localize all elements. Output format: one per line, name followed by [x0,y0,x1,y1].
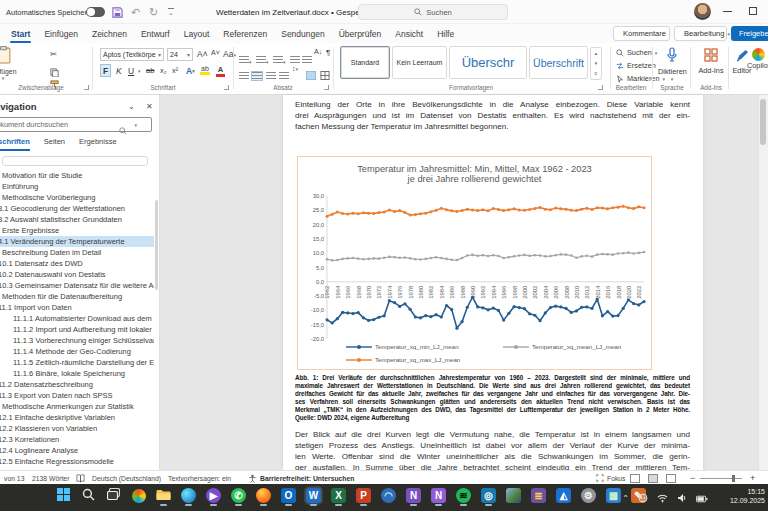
quick-access-menu-icon[interactable]: ⌄ [168,0,174,24]
nav-heading-item[interactable]: 11.1.2 Import und Aufbereitung mit lokal… [13,324,154,335]
save-icon[interactable] [112,0,123,24]
language-indicator[interactable]: Deutsch (Deutschland) [92,471,161,485]
undo-icon[interactable]: ↶ [131,0,140,24]
page-indicator[interactable]: von 13 [4,471,24,485]
tab-entwurf[interactable]: Entwurf [134,24,177,43]
styles-dialog-launcher[interactable] [598,85,603,90]
style-überschr[interactable]: Überschr [449,46,527,79]
paste-button[interactable]: Einfügen▾ [0,46,20,84]
titlebar-search[interactable]: Suchen [358,4,508,20]
nav-heading-item[interactable]: Beschreibung Daten im Detail [2,247,154,258]
nav-heading-item[interactable]: 4.1 Veränderung der Temperaturwerte [0,236,154,247]
redo-icon[interactable]: ↻ [149,0,158,24]
embedded-chart[interactable]: Temperatur im Jahresmittel: Min, Mittel,… [297,156,652,370]
nav-heading-item[interactable]: 12.4 Loglineare Analyse [0,445,154,456]
subscript-button[interactable]: x₂ [158,64,169,77]
line-spacing-icon[interactable]: ↕▾ [292,65,298,72]
zoom-out-button[interactable]: − [690,471,695,485]
nav-heading-item[interactable]: Motivation für die Studie [2,170,154,181]
wifi-icon[interactable] [657,489,668,507]
nav-search-dropdown-icon[interactable]: ▾ [134,122,137,128]
taskbar-icon-monitor-tool[interactable]: ▦ [605,487,622,504]
tab-überprüfen[interactable]: Überprüfen [332,24,389,43]
paragraph-dialog-launcher[interactable] [324,85,329,90]
taskbar-icon-firefox[interactable] [255,487,272,504]
nav-tab-überschriften[interactable]: Überschriften [0,137,30,151]
tab-start[interactable]: Start [4,24,37,43]
nav-heading-item[interactable]: 11.1.4 Methode der Geo-Codierung [13,346,154,357]
taskbar-icon-start[interactable] [55,487,72,504]
vertical-scrollbar[interactable] [758,95,768,470]
battery-icon[interactable] [696,489,708,507]
styles-gallery-scroll[interactable]: ▴▾≡ [590,47,602,80]
maximize-button[interactable] [749,7,757,15]
comments-button[interactable]: Kommentare [613,26,670,41]
text-effects-icon[interactable]: A▾ [184,64,197,77]
avatar[interactable] [694,3,711,20]
zoom-in-button[interactable]: + [750,471,755,485]
nav-pane-close-icon[interactable]: ✕ [146,102,153,111]
nav-heading-item[interactable]: 10.2 Datenauswahl von Destatis [0,269,154,280]
share-button[interactable]: Freigeben [731,26,768,41]
tab-zeichnen[interactable]: Zeichnen [85,24,134,43]
zoom-slider[interactable] [700,471,742,485]
strikethrough-button[interactable]: ab [144,64,156,77]
taskbar-icon-settings[interactable]: ⚙ [580,487,597,504]
text-predictions[interactable]: Textvorhersagen: ein [168,471,231,485]
tab-referenzen[interactable]: Referenzen [216,24,274,43]
underline-dropdown[interactable]: ▾ [136,64,143,77]
replace-button[interactable]: Ersetzen [616,60,656,71]
taskbar-icon-purple-app-1[interactable]: N [405,487,422,504]
focus-button[interactable]: Fokus [596,471,626,485]
nav-heading-item[interactable]: 12.5 Einfache Regressionsmodelle [0,456,154,467]
taskbar-icon-spotify[interactable]: ≋ [455,487,472,504]
style-überschrift[interactable]: Überschrift [529,46,588,79]
font-name-combo[interactable]: Aptos (Textkörpe▾ [100,48,164,61]
cut-icon[interactable]: ✂ [50,49,57,59]
taskbar-icon-winrar[interactable]: ≣ [530,487,547,504]
view-web-layout[interactable] [666,471,676,485]
align-right-icon[interactable] [266,66,276,84]
nav-heading-item[interactable]: 12.2 Klassieren von Variablen [0,423,154,434]
word-count[interactable]: 2138 Wörter [32,471,69,485]
style-standard[interactable]: Standard [340,46,390,79]
pilcrow-icon[interactable]: ¶ [326,48,330,57]
nav-tab-ergebnisse[interactable]: Ergebnisse [79,137,117,151]
nav-pane-dropdown-icon[interactable]: ⌄ [128,102,135,111]
align-center-icon[interactable] [252,66,262,84]
taskbar-icon-gallery[interactable] [505,487,522,504]
nav-heading-item[interactable]: Methoden für die Datenaufbereitung [2,291,154,302]
nav-heading-item[interactable]: 11.3 Export von Daten nach SPSS [0,390,154,401]
taskbar-icon-blue-tool[interactable]: ◎ [480,487,497,504]
tab-sendungen[interactable]: Sendungen [274,24,332,43]
copilot-button[interactable]: Copilot [747,48,768,70]
nav-heading-item[interactable]: Methodische Vorüberlegung [2,192,154,203]
nav-search-input[interactable]: Dokument durchsuchen ▾ [0,117,152,132]
taskbar-icon-word[interactable]: W [305,487,322,504]
nav-heading-item[interactable]: 3.2 Auswahl statistischer Grunddaten [0,214,154,225]
taskbar-icon-whatsapp[interactable]: ✆ [230,487,247,504]
taskbar-icon-media-player[interactable]: ▶ [205,487,222,504]
nav-heading-item[interactable]: 11.1.6 Binäre, lokale Speicherung [13,368,154,379]
taskbar-icon-search[interactable] [80,487,97,504]
nav-heading-item[interactable]: 10.1 Datensatz des DWD [0,258,154,269]
tray-expand-icon[interactable]: ⌃ [622,494,629,503]
nav-heading-item[interactable]: Einführung [2,181,154,192]
shrink-font-icon[interactable]: A˅ [211,49,220,56]
proofing-icon[interactable] [76,471,85,485]
nav-heading-item[interactable]: 11.1.5 Zeitlich-räumliche Darstellung de… [13,357,154,368]
bold-button[interactable]: F [100,64,111,77]
nav-heading-item[interactable]: 11.1.3 Vorberechnung einiger Schlüsselva… [13,335,154,346]
view-print-layout[interactable] [648,471,658,485]
taskbar-clock[interactable]: 15:15 12.09.2025 [730,487,765,505]
nav-heading-item[interactable]: 12.3 Korrelationen [0,434,154,445]
nav-tab-seiten[interactable]: Seiten [44,137,65,151]
taskbar-icon-explorer[interactable] [155,487,172,504]
borders-icon[interactable] [320,66,330,84]
clipboard-dialog-launcher[interactable] [84,85,89,90]
nav-heading-item[interactable]: 11.2 Datensatzbeschreibung [0,379,154,390]
taskbar-icon-excel[interactable]: X [330,487,347,504]
autosave-toggle[interactable] [86,0,105,24]
document-page[interactable]: Einteilung der Orte in ihre Bevölkerungs… [283,95,703,470]
taskbar-icon-task-view[interactable] [105,487,122,504]
